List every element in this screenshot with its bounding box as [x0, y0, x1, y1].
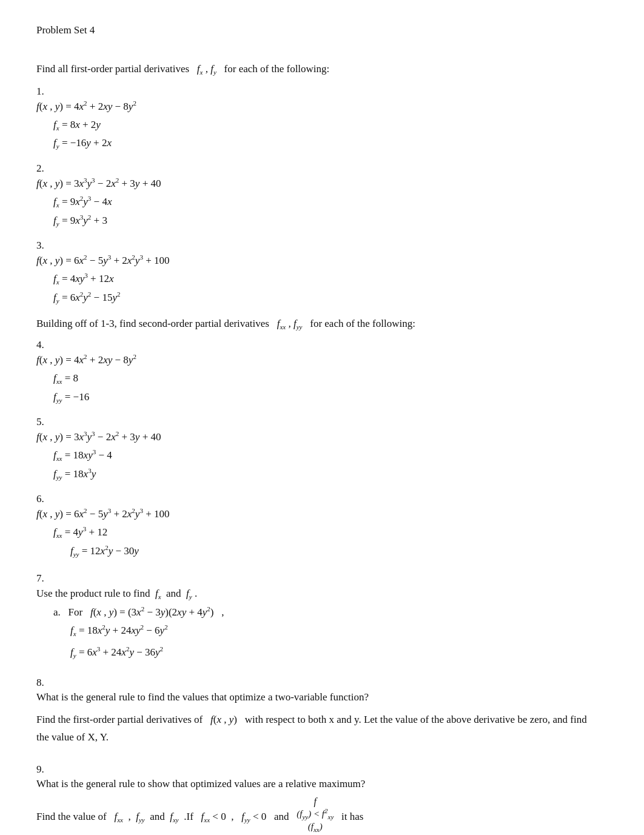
problem-9-body: What is the general rule to show that op… [36, 776, 588, 835]
problem-8-body: What is the general rule to find the val… [36, 689, 588, 751]
intro-vars: fx , fy [197, 63, 216, 75]
problem-9: 9. What is the general rule to show that… [36, 763, 608, 835]
section2-header: Building off of 1-3, find second-order p… [36, 315, 608, 333]
problem-9-number: 9. [36, 763, 53, 776]
problem-5: 5. f(x , y) = 3x3y3 − 2x2 + 3y + 40 fxx … [36, 415, 608, 483]
problem-1: 1. f(x , y) = 4x2 + 2xy − 8y2 fx = 8x + … [36, 84, 608, 153]
problem-9-answer: Find the value of fxx , fyy and fxy .If … [36, 798, 588, 835]
problem-8-question: What is the general rule to find the val… [36, 689, 588, 706]
problem-9-question: What is the general rule to show that op… [36, 776, 588, 793]
problem-2-content: f(x , y) = 3x3y3 − 2x2 + 3y + 40 fx = 9x… [36, 175, 588, 230]
problem-4: 4. f(x , y) = 4x2 + 2xy − 8y2 fxx = 8 fy… [36, 338, 608, 406]
problem-8-answer: Find the first-order partial derivatives… [36, 711, 588, 746]
problem-8: 8. What is the general rule to find the … [36, 677, 608, 751]
problem-6-number: 6. [36, 493, 53, 505]
intro-line: Find all first-order partial derivatives… [36, 61, 608, 78]
problem-1-content: f(x , y) = 4x2 + 2xy − 8y2 fx = 8x + 2y … [36, 98, 588, 153]
page-title: Problem Set 4 [36, 24, 608, 36]
problem-5-content: f(x , y) = 3x3y3 − 2x2 + 3y + 40 fxx = 1… [36, 428, 588, 483]
problem-8-number: 8. [36, 677, 53, 689]
problem-2-number: 2. [36, 163, 53, 175]
problem-1-number: 1. [36, 86, 53, 98]
problem-5-number: 5. [36, 416, 53, 428]
problem-7-content: Use the product rule to find fx and fy .… [36, 585, 588, 662]
problem-3-number: 3. [36, 240, 53, 252]
problem-7-number: 7. [36, 572, 53, 585]
problem-7: 7. Use the product rule to find fx and f… [36, 571, 608, 662]
problem-3-content: f(x , y) = 6x2 − 5y3 + 2x2y3 + 100 fx = … [36, 252, 588, 307]
problem-2: 2. f(x , y) = 3x3y3 − 2x2 + 3y + 40 fx =… [36, 161, 608, 230]
problem-6-content: f(x , y) = 6x2 − 5y3 + 2x2y3 + 100 fxx =… [36, 505, 588, 560]
problem-3: 3. f(x , y) = 6x2 − 5y3 + 2x2y3 + 100 fx… [36, 238, 608, 307]
problem-4-number: 4. [36, 339, 53, 351]
problem-4-content: f(x , y) = 4x2 + 2xy − 8y2 fxx = 8 fyy =… [36, 351, 588, 406]
problem-6: 6. f(x , y) = 6x2 − 5y3 + 2x2y3 + 100 fx… [36, 492, 608, 560]
